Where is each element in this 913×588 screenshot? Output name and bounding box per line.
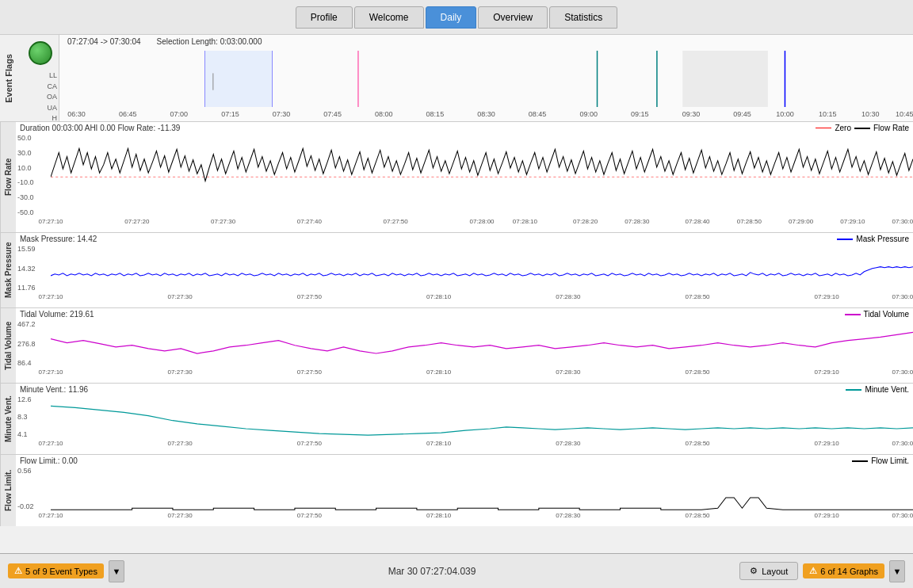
legend-minute-vent: Minute Vent.	[865, 385, 909, 394]
tab-welcome[interactable]: Welcome	[354, 6, 424, 29]
tidal-volume-panel: Tidal Volume Tidal Volume: 219.61 Tidal …	[0, 308, 913, 384]
mask-pressure-time-axis: 07:27:10 07:27:30 07:27:50 07:28:10 07:2…	[51, 293, 913, 307]
flow-rate-content: Duration 00:03:00 AHI 0.00 Flow Rate: -1…	[16, 122, 913, 232]
time-tick: 07:28:10	[513, 218, 537, 225]
y-mid4: -30.0	[17, 193, 49, 201]
time-tick-0715: 07:15	[221, 110, 239, 118]
tab-daily[interactable]: Daily	[426, 6, 477, 29]
time-tick: 07:27:40	[297, 218, 322, 225]
time-tick: 07:27:30	[211, 218, 235, 225]
mask-pressure-content: Mask Pressure: 14.42 Mask Pressure 15.59…	[16, 233, 913, 307]
tidal-volume-y-axis: 467.2 276.8 86.4	[17, 320, 49, 367]
gear-icon: ⚙	[750, 566, 758, 576]
tidal-volume-svg	[51, 323, 913, 372]
time-tick-0915: 09:15	[631, 110, 649, 118]
event-types-dropdown[interactable]: ▼	[109, 560, 124, 582]
graphs-count-label: 6 of 14 Graphs	[820, 567, 878, 576]
time-tick-1015: 10:15	[819, 110, 837, 118]
tab-overview[interactable]: Overview	[478, 6, 548, 29]
y-mid1: 30.0	[17, 149, 49, 157]
time-tick-0630: 06:30	[67, 110, 86, 118]
event-flag-types: LL CA OA UA H	[47, 71, 57, 124]
warning-icon: ⚠	[14, 566, 22, 576]
warning-icon-2: ⚠	[809, 566, 817, 576]
tab-statistics[interactable]: Statistics	[549, 6, 617, 29]
legend-flow-rate: Flow Rate	[873, 124, 909, 132]
y-mid3: -10.0	[17, 178, 49, 186]
minute-vent-panel: Minute Vent. Minute Vent.: 11.96 Minute …	[0, 384, 913, 455]
flow-limit-svg	[51, 469, 913, 514]
flag-oa: OA	[47, 92, 57, 103]
y-mid: 14.32	[17, 265, 49, 273]
flow-limit-info: Flow Limit.: 0.00	[20, 456, 78, 465]
layout-label: Layout	[762, 567, 788, 576]
time-tick-0830: 08:30	[477, 110, 495, 118]
tidal-volume-info: Tidal Volume: 219.61	[20, 310, 94, 319]
y-max: 50.0	[17, 134, 49, 142]
y-max: 15.59	[17, 245, 49, 253]
layout-button[interactable]: ⚙ Layout	[739, 562, 798, 580]
minute-vent-info: Minute Vent.: 11.96	[20, 385, 88, 394]
tab-profile[interactable]: Profile	[296, 6, 353, 29]
flow-rate-time-axis: 07:27:10 07:27:20 07:27:30 07:27:40 07:2…	[51, 218, 913, 232]
y-min: 86.4	[17, 359, 49, 367]
y-min: 4.1	[17, 430, 49, 438]
time-tick-0645: 06:45	[119, 110, 137, 118]
bottom-left: ⚠ 5 of 9 Event Types ▼	[8, 560, 124, 582]
y-min: -50.0	[17, 208, 49, 216]
y-mid: 8.3	[17, 413, 49, 421]
minute-vent-time-axis: 07:27:10 07:27:30 07:27:50 07:28:10 07:2…	[51, 440, 913, 454]
header-time-range: 07:27:04 -> 07:30:04	[67, 37, 141, 46]
flag-ca: CA	[47, 82, 57, 93]
time-tick: 07:28:00	[469, 218, 494, 225]
top-navigation: Profile Welcome Daily Overview Statistic…	[0, 0, 913, 35]
time-tick-0845: 08:45	[529, 110, 547, 118]
mask-pressure-label: Mask Pressure	[0, 233, 16, 307]
event-types-badge: ⚠ 5 of 9 Event Types	[8, 563, 104, 578]
time-tick-0730: 07:30	[273, 110, 291, 118]
flow-rate-legend: Zero Flow Rate	[816, 124, 909, 132]
flow-rate-panel: Flow Rate Duration 00:03:00 AHI 0.00 Flo…	[0, 122, 913, 233]
event-types-label: 5 of 9 Event Types	[25, 567, 97, 576]
time-tick-0745: 07:45	[323, 110, 342, 118]
svg-rect-5	[682, 51, 768, 107]
flow-rate-label: Flow Rate	[0, 122, 16, 232]
time-tick: 07:29:00	[789, 218, 813, 225]
mask-pressure-legend: Mask Pressure	[837, 235, 909, 243]
graphs-dropdown[interactable]: ▼	[889, 560, 905, 582]
time-tick: 07:28:20	[573, 218, 598, 225]
main-content: Event Flags LL CA OA UA H 07:27:04 -> 07…	[0, 35, 913, 553]
minute-vent-label: Minute Vent.	[0, 384, 16, 454]
legend-tidal-volume: Tidal Volume	[864, 310, 909, 319]
time-tick-0800: 08:00	[375, 110, 393, 118]
event-flags-svg	[59, 51, 913, 107]
event-flags-icon	[29, 41, 52, 65]
tidal-volume-legend: Tidal Volume	[845, 310, 909, 319]
event-flags-time-axis: 06:30 06:45 07:00 07:15 07:30 07:45 08:0…	[59, 107, 913, 121]
y-mid: 276.8	[17, 340, 49, 348]
tidal-volume-time-axis: 07:27:10 07:27:30 07:27:50 07:28:10 07:2…	[51, 368, 913, 383]
time-tick-0900: 09:00	[579, 110, 598, 118]
legend-zero: Zero	[835, 124, 851, 132]
y-mid2: 10.0	[17, 164, 49, 172]
bottom-bar: ⚠ 5 of 9 Event Types ▼ Mar 30 07:27:04.0…	[0, 553, 913, 588]
legend-mask-pressure: Mask Pressure	[856, 235, 909, 243]
event-flags-panel: Event Flags LL CA OA UA H 07:27:04 -> 07…	[0, 35, 913, 122]
selection-length: Selection Length: 0:03:00.000	[157, 37, 262, 46]
flow-limit-panel: Flow Limit. Flow Limit.: 0.00 Flow Limit…	[0, 455, 913, 526]
y-min: 11.76	[17, 284, 49, 292]
time-tick: 07:28:30	[625, 218, 649, 225]
time-tick: 07:29:10	[840, 218, 865, 225]
flag-ll: LL	[47, 71, 57, 82]
time-tick-0700: 07:00	[170, 110, 189, 118]
legend-flow-limit: Flow Limit.	[871, 456, 909, 465]
y-max: 12.6	[17, 395, 49, 403]
mask-pressure-panel: Mask Pressure Mask Pressure: 14.42 Mask …	[0, 233, 913, 308]
time-tick: 07:28:40	[685, 218, 709, 225]
time-tick-1000: 10:00	[776, 110, 794, 118]
flow-rate-y-axis: 50.0 30.0 10.0 -10.0 -30.0 -50.0	[17, 134, 49, 216]
flow-limit-label: Flow Limit.	[0, 455, 16, 526]
tidal-volume-content: Tidal Volume: 219.61 Tidal Volume 467.2 …	[16, 308, 913, 383]
y-min: -0.02	[17, 502, 49, 510]
minute-vent-content: Minute Vent.: 11.96 Minute Vent. 12.6 8.…	[16, 384, 913, 454]
